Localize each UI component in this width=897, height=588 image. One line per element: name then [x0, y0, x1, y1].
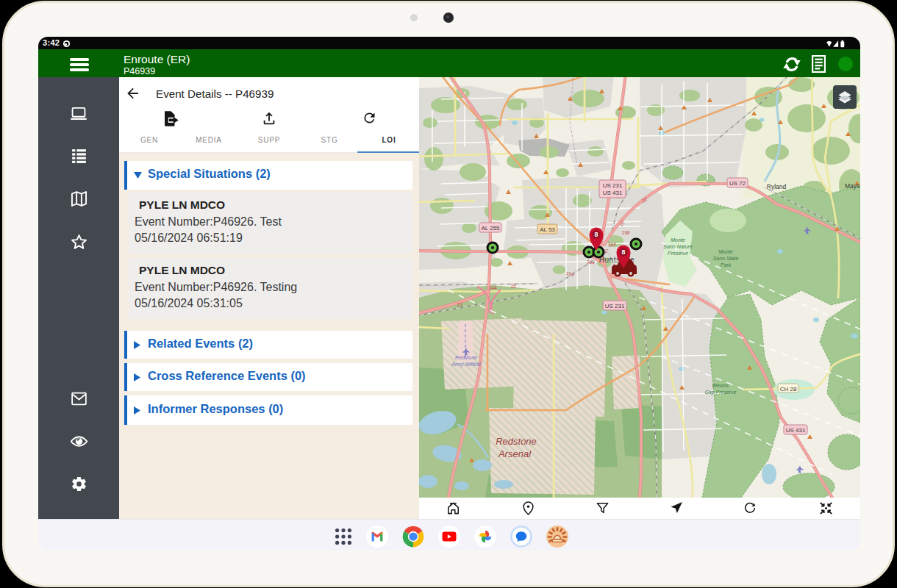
svg-text:US 431: US 431	[786, 427, 806, 434]
svg-text:Arsenal: Arsenal	[498, 448, 532, 459]
svg-text:Monte: Monte	[718, 249, 733, 254]
svg-text:Sano State: Sano State	[713, 256, 739, 261]
svg-text:Army Airfield: Army Airfield	[451, 362, 482, 368]
svg-text:8: 8	[621, 248, 625, 256]
svg-text:US 231: US 231	[603, 182, 623, 189]
svg-text:Monte: Monte	[671, 237, 685, 243]
svg-text:Ryland: Ryland	[767, 183, 787, 190]
svg-text:AL 53: AL 53	[540, 226, 555, 233]
svg-text:Blevins: Blevins	[712, 383, 729, 388]
svg-text:US 231: US 231	[605, 303, 625, 309]
svg-text:198: 198	[622, 230, 630, 235]
svg-text:Maysvill: Maysvill	[845, 182, 860, 190]
svg-text:AL 255: AL 255	[481, 225, 500, 232]
svg-text:US 72: US 72	[729, 180, 746, 187]
svg-text:Gap Preserve: Gap Preserve	[704, 390, 736, 395]
svg-text:14A: 14A	[488, 285, 497, 290]
svg-text:13: 13	[457, 302, 462, 307]
svg-text:8: 8	[594, 231, 598, 238]
svg-text:Redstone: Redstone	[496, 436, 537, 447]
svg-text:CH 28: CH 28	[780, 386, 797, 392]
svg-text:Park: Park	[721, 262, 732, 268]
svg-text:US 431: US 431	[603, 190, 623, 196]
svg-text:15: 15	[510, 284, 516, 289]
svg-text:Preserve: Preserve	[668, 251, 688, 256]
svg-text:Sano Nature: Sano Nature	[663, 244, 692, 249]
svg-text:Redstone: Redstone	[455, 355, 477, 360]
